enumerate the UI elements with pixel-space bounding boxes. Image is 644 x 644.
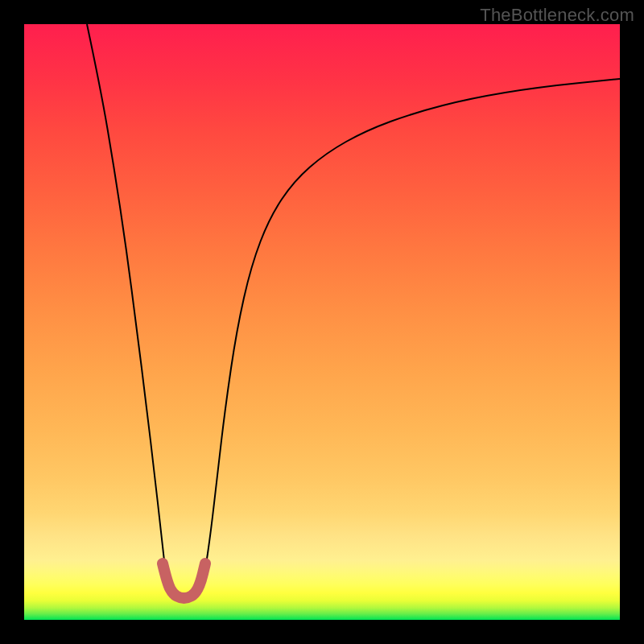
chart-frame: TheBottleneck.com bbox=[0, 0, 644, 644]
watermark-text: TheBottleneck.com bbox=[480, 5, 634, 26]
main-curve bbox=[87, 24, 620, 597]
curve-layer bbox=[24, 24, 620, 620]
plot-area bbox=[24, 24, 620, 620]
bottom-highlight bbox=[163, 564, 205, 598]
